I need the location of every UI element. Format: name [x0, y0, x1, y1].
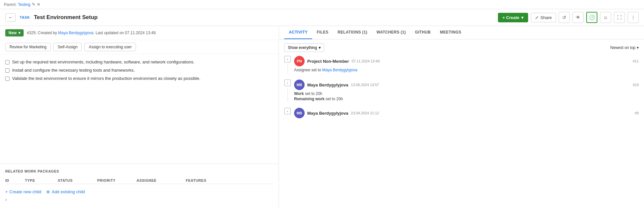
action-buttons: Review for Marketing Self-Assign Assign … — [0, 40, 279, 54]
tab-relations[interactable]: RELATIONS (1) — [333, 26, 372, 39]
create-caret: ▾ — [521, 15, 524, 20]
checklist-item-1: Set up the required test environments, i… — [5, 59, 273, 64]
checkbox-1[interactable] — [5, 60, 10, 64]
share-icon: ⤢ — [535, 15, 539, 20]
activity-user-1: Project Non-Member — [307, 59, 349, 64]
plus-icon: + — [5, 189, 8, 194]
activity-content-1: PN Project Non-Member 07.11.2024 13:49 #… — [294, 56, 639, 74]
activity-icon-3: ▪ — [284, 108, 291, 114]
checklist-item-3: Validate the test environment to ensure … — [5, 76, 273, 81]
status-meta: #325: Created by Maya Berdygylyjova. Las… — [27, 31, 157, 35]
sort-dropdown[interactable]: Newest on top ▾ — [610, 45, 639, 50]
content-area: New ▾ #325: Created by Maya Berdygylyjov… — [0, 26, 644, 207]
activity-content-2: MB Maya Berdygylyjova 13.06.2024 13:57 #… — [294, 80, 639, 102]
col-status: STATUS — [58, 178, 97, 182]
activity-header-2: MB Maya Berdygylyjova 13.06.2024 13:57 #… — [294, 80, 639, 90]
activity-time-3: 23.04.2024 21:12 — [351, 111, 379, 115]
history-btn[interactable]: ↺ — [559, 12, 570, 23]
parent-text: Parent: — [4, 2, 17, 7]
create-button[interactable]: + Create ▾ — [498, 13, 528, 22]
related-title: RELATED WORK PACKAGES — [5, 169, 273, 173]
edit-parent-btn[interactable]: ✎ — [32, 2, 35, 7]
tab-meetings[interactable]: MEETINGS — [435, 26, 466, 39]
assignee-link-1[interactable]: Maya Berdygylyjova — [322, 68, 357, 72]
col-type: TYPE — [25, 178, 58, 182]
header-right: + Create ▾ ⤢ Share ↺ 👁 🕐 ☺ ⛶ ⋮ — [498, 12, 639, 23]
status-label: New — [9, 31, 17, 35]
parent-bar: Parent: Testing ✎ ✕ — [0, 0, 644, 9]
clock-btn[interactable]: 🕐 — [586, 12, 597, 23]
close-parent-btn[interactable]: ✕ — [37, 2, 40, 7]
description-area: Set up the required test environments, i… — [0, 54, 279, 164]
activity-user-3: Maya Berdygylyjova — [307, 111, 348, 116]
related-section: RELATED WORK PACKAGES ID TYPE STATUS PRI… — [0, 164, 279, 207]
col-features: FEATURES — [186, 178, 235, 182]
activity-number-2: #10 — [633, 83, 639, 87]
activity-user-2: Maya Berdygylyjova — [307, 82, 348, 87]
sort-label: Newest on top — [610, 45, 635, 50]
filter-caret: ▾ — [319, 45, 321, 50]
left-panel: New ▾ #325: Created by Maya Berdygylyjov… — [0, 26, 279, 207]
tab-files[interactable]: FILES — [312, 26, 333, 39]
status-caret: ▾ — [18, 31, 20, 35]
checkbox-2[interactable] — [5, 68, 10, 73]
activity-header-1: PN Project Non-Member 07.11.2024 13:49 #… — [294, 56, 639, 66]
more-btn[interactable]: ⋮ — [628, 12, 639, 23]
activity-number-1: #11 — [633, 59, 639, 63]
checklist-text-3: Validate the test environment to ensure … — [12, 76, 201, 81]
fullscreen-btn[interactable]: ⛶ — [614, 12, 625, 23]
parent-link[interactable]: Testing — [18, 2, 31, 7]
expand-btn[interactable]: › — [5, 197, 7, 202]
right-panel: ACTIVITY FILES RELATIONS (1) WATCHERS (1… — [279, 26, 644, 207]
add-child-btn[interactable]: ⊕ Add existing child — [46, 189, 85, 194]
avatar-mb-2: MB — [294, 80, 305, 90]
col-id: ID — [5, 178, 25, 182]
activity-icon-2: ▪ — [284, 80, 291, 86]
activity-icon-1: ▪ — [284, 56, 291, 62]
create-child-btn[interactable]: + Create new child — [5, 189, 41, 194]
tabs-row: ACTIVITY FILES RELATIONS (1) WATCHERS (1… — [279, 26, 644, 39]
assign-executing-btn[interactable]: Assign to executing user — [84, 43, 136, 51]
share-button[interactable]: ⤢ Share — [531, 13, 556, 22]
activity-content-3: MB Maya Berdygylyjova 23.04.2024 21:12 #… — [294, 108, 639, 120]
checklist-item-2: Install and configure the necessary test… — [5, 68, 273, 73]
self-assign-btn[interactable]: Self-Assign — [54, 43, 82, 51]
col-assignee: ASSIGNEE — [137, 178, 186, 182]
share-label: Share — [540, 15, 552, 20]
creator-link[interactable]: Maya Berdygylyjova — [58, 31, 93, 35]
tab-watchers[interactable]: WATCHERS (1) — [372, 26, 410, 39]
activity-entry-1: ▪ PN Project Non-Member 07.11.2024 13:49… — [284, 56, 639, 74]
filter-dropdown[interactable]: Show everything ▾ — [284, 43, 324, 52]
activity-list: ▪ PN Project Non-Member 07.11.2024 13:49… — [279, 56, 644, 126]
activity-header-3: MB Maya Berdygylyjova 23.04.2024 21:12 #… — [294, 108, 639, 118]
activity-entry-3: ▪ MB Maya Berdygylyjova 23.04.2024 21:12… — [284, 108, 639, 120]
tab-activity[interactable]: ACTIVITY — [284, 26, 312, 39]
checklist-text-2: Install and configure the necessary test… — [12, 68, 135, 73]
avatar-mb-3: MB — [294, 108, 305, 118]
main-header: ← TASK Test Environment Setup + Create ▾… — [0, 9, 644, 26]
tab-github[interactable]: GITHUB — [410, 26, 435, 39]
activity-entry-2: ▪ MB Maya Berdygylyjova 13.06.2024 13:57… — [284, 80, 639, 102]
sort-caret: ▾ — [637, 45, 639, 50]
table-header: ID TYPE STATUS PRIORITY ASSIGNEE FEATURE… — [5, 177, 273, 184]
status-badge[interactable]: New ▾ — [5, 29, 24, 36]
status-row: New ▾ #325: Created by Maya Berdygylyjov… — [0, 26, 279, 40]
activity-time-2: 13.06.2024 13:57 — [351, 83, 379, 87]
task-type-label: TASK — [20, 15, 30, 19]
activity-detail-2b: Remaining work set to 20h — [294, 97, 639, 101]
checklist-text-1: Set up the required test environments, i… — [12, 59, 195, 64]
col-priority: PRIORITY — [97, 178, 137, 182]
activity-detail-1a: Assignee set to Maya Berdygylyjova — [294, 68, 639, 72]
activity-time-1: 07.11.2024 13:49 — [352, 59, 380, 63]
header-left: ← TASK Test Environment Setup — [5, 13, 97, 22]
eye-btn[interactable]: 👁 — [572, 12, 584, 23]
review-marketing-btn[interactable]: Review for Marketing — [5, 43, 51, 51]
create-label: + Create — [503, 15, 520, 20]
checkbox-3[interactable] — [5, 77, 10, 81]
table-actions: + Create new child ⊕ Add existing child — [5, 187, 273, 197]
back-button[interactable]: ← — [5, 13, 16, 22]
avatar-pn-1: PN — [294, 56, 305, 66]
task-title: Test Environment Setup — [34, 14, 97, 21]
activity-controls: Show everything ▾ Newest on top ▾ — [279, 39, 644, 56]
mood-btn[interactable]: ☺ — [600, 12, 611, 23]
